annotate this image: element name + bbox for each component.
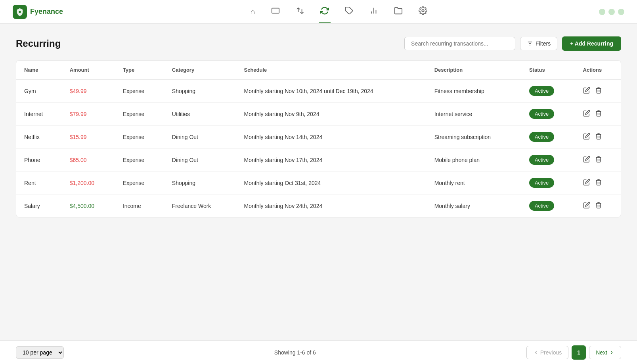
edit-icon[interactable] bbox=[583, 156, 590, 164]
cell-type: Expense bbox=[115, 103, 164, 126]
cell-type: Expense bbox=[115, 149, 164, 172]
cell-description: Fitness membership bbox=[427, 80, 521, 103]
edit-icon[interactable] bbox=[583, 87, 590, 95]
edit-icon[interactable] bbox=[583, 179, 590, 187]
col-type: Type bbox=[115, 61, 164, 80]
filters-button[interactable]: Filters bbox=[520, 37, 557, 50]
svg-point-6 bbox=[422, 10, 424, 12]
table-row: Rent $1,200.00 Expense Shopping Monthly … bbox=[16, 172, 621, 194]
recurring-table-card: Name Amount Type Category Schedule Descr… bbox=[16, 60, 621, 217]
table-row: Phone $65.00 Expense Dining Out Monthly … bbox=[16, 149, 621, 172]
cell-actions bbox=[575, 80, 621, 103]
cell-description: Monthly salary bbox=[427, 194, 521, 217]
wallet-nav-icon[interactable] bbox=[270, 5, 281, 19]
cell-status: Active bbox=[521, 194, 575, 217]
dot-3 bbox=[618, 9, 624, 15]
logo-icon bbox=[13, 5, 27, 19]
cell-amount: $4,500.00 bbox=[62, 194, 115, 217]
cell-amount: $49.99 bbox=[62, 80, 115, 103]
delete-icon[interactable] bbox=[595, 110, 602, 118]
cell-schedule: Monthly starting Oct 31st, 2024 bbox=[236, 172, 427, 194]
settings-nav-icon[interactable] bbox=[417, 5, 429, 19]
cell-actions bbox=[575, 126, 621, 149]
col-schedule: Schedule bbox=[236, 61, 427, 80]
svg-rect-1 bbox=[272, 8, 279, 13]
brand-name: Fyenance bbox=[30, 8, 63, 16]
nav-items: ⌂ bbox=[79, 5, 599, 19]
filters-label: Filters bbox=[536, 40, 551, 47]
recurring-nav-icon[interactable] bbox=[319, 5, 331, 19]
cell-status: Active bbox=[521, 103, 575, 126]
col-description: Description bbox=[427, 61, 521, 80]
cell-category: Dining Out bbox=[164, 149, 236, 172]
cell-schedule: Monthly starting Nov 17th, 2024 bbox=[236, 149, 427, 172]
cell-type: Expense bbox=[115, 126, 164, 149]
delete-icon[interactable] bbox=[595, 179, 602, 187]
cell-actions bbox=[575, 172, 621, 194]
cell-amount: $15.99 bbox=[62, 126, 115, 149]
filters-icon bbox=[527, 40, 533, 47]
cell-name: Salary bbox=[16, 194, 62, 217]
table-row: Gym $49.99 Expense Shopping Monthly star… bbox=[16, 80, 621, 103]
page-header: Recurring Filters + Add Recurring bbox=[16, 36, 621, 51]
delete-icon[interactable] bbox=[595, 202, 602, 210]
edit-icon[interactable] bbox=[583, 202, 590, 210]
cell-actions bbox=[575, 194, 621, 217]
cell-amount: $1,200.00 bbox=[62, 172, 115, 194]
cell-type: Expense bbox=[115, 172, 164, 194]
col-name: Name bbox=[16, 61, 62, 80]
cell-actions bbox=[575, 149, 621, 172]
navbar: Fyenance ⌂ bbox=[0, 0, 637, 24]
page-title: Recurring bbox=[16, 38, 61, 49]
cell-description: Internet service bbox=[427, 103, 521, 126]
table-row: Netflix $15.99 Expense Dining Out Monthl… bbox=[16, 126, 621, 149]
dot-1 bbox=[599, 9, 605, 15]
cell-name: Gym bbox=[16, 80, 62, 103]
col-amount: Amount bbox=[62, 61, 115, 80]
page-actions: Filters + Add Recurring bbox=[404, 36, 621, 51]
cell-description: Monthly rent bbox=[427, 172, 521, 194]
cell-status: Active bbox=[521, 172, 575, 194]
transfer-nav-icon[interactable] bbox=[294, 5, 306, 19]
add-recurring-button[interactable]: + Add Recurring bbox=[562, 36, 621, 51]
cell-name: Rent bbox=[16, 172, 62, 194]
cell-description: Streaming subscription bbox=[427, 126, 521, 149]
svg-point-0 bbox=[19, 11, 21, 13]
col-status: Status bbox=[521, 61, 575, 80]
cell-schedule: Monthly starting Nov 9th, 2024 bbox=[236, 103, 427, 126]
col-category: Category bbox=[164, 61, 236, 80]
delete-icon[interactable] bbox=[595, 156, 602, 164]
cell-schedule: Monthly starting Nov 10th, 2024 until De… bbox=[236, 80, 427, 103]
table-body: Gym $49.99 Expense Shopping Monthly star… bbox=[16, 80, 621, 217]
tags-nav-icon[interactable] bbox=[343, 5, 355, 19]
folder-nav-icon[interactable] bbox=[392, 5, 404, 19]
edit-icon[interactable] bbox=[583, 133, 590, 141]
table-row: Salary $4,500.00 Income Freelance Work M… bbox=[16, 194, 621, 217]
cell-name: Phone bbox=[16, 149, 62, 172]
cell-description: Mobile phone plan bbox=[427, 149, 521, 172]
cell-name: Netflix bbox=[16, 126, 62, 149]
brand[interactable]: Fyenance bbox=[13, 5, 63, 19]
cell-status: Active bbox=[521, 80, 575, 103]
table-header: Name Amount Type Category Schedule Descr… bbox=[16, 61, 621, 80]
cell-category: Freelance Work bbox=[164, 194, 236, 217]
delete-icon[interactable] bbox=[595, 87, 602, 95]
cell-category: Shopping bbox=[164, 80, 236, 103]
col-actions: Actions bbox=[575, 61, 621, 80]
main-content: Recurring Filters + Add Recurring Name A… bbox=[0, 24, 637, 230]
delete-icon[interactable] bbox=[595, 133, 602, 141]
cell-type: Expense bbox=[115, 80, 164, 103]
home-nav-icon[interactable]: ⌂ bbox=[249, 6, 257, 18]
chart-nav-icon[interactable] bbox=[368, 5, 380, 19]
search-input[interactable] bbox=[404, 37, 515, 50]
cell-category: Shopping bbox=[164, 172, 236, 194]
cell-amount: $79.99 bbox=[62, 103, 115, 126]
cell-status: Active bbox=[521, 126, 575, 149]
cell-category: Utilities bbox=[164, 103, 236, 126]
dot-2 bbox=[608, 9, 615, 15]
cell-actions bbox=[575, 103, 621, 126]
cell-schedule: Monthly starting Nov 14th, 2024 bbox=[236, 126, 427, 149]
cell-name: Internet bbox=[16, 103, 62, 126]
table-row: Internet $79.99 Expense Utilities Monthl… bbox=[16, 103, 621, 126]
edit-icon[interactable] bbox=[583, 110, 590, 118]
